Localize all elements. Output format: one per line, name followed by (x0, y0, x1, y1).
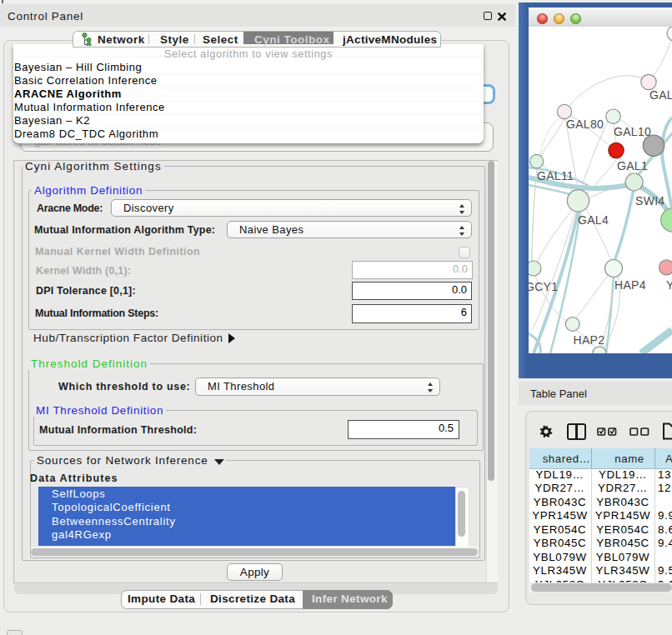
svg-text:GCY1: GCY1 (529, 280, 558, 293)
svg-text:GAL10: GAL10 (614, 125, 651, 138)
svg-text:GAL1: GAL1 (617, 159, 648, 172)
svg-text:HAP4: HAP4 (614, 278, 646, 292)
svg-text:GAL11: GAL11 (537, 169, 574, 182)
svg-text:GAL4: GAL4 (578, 213, 609, 227)
svg-text:SWI4: SWI4 (635, 194, 664, 208)
svg-text:YM: YM (666, 278, 672, 292)
svg-text:HAP2: HAP2 (574, 333, 605, 347)
svg-text:GAL7: GAL7 (649, 88, 672, 102)
svg-text:GAL80: GAL80 (566, 118, 604, 131)
